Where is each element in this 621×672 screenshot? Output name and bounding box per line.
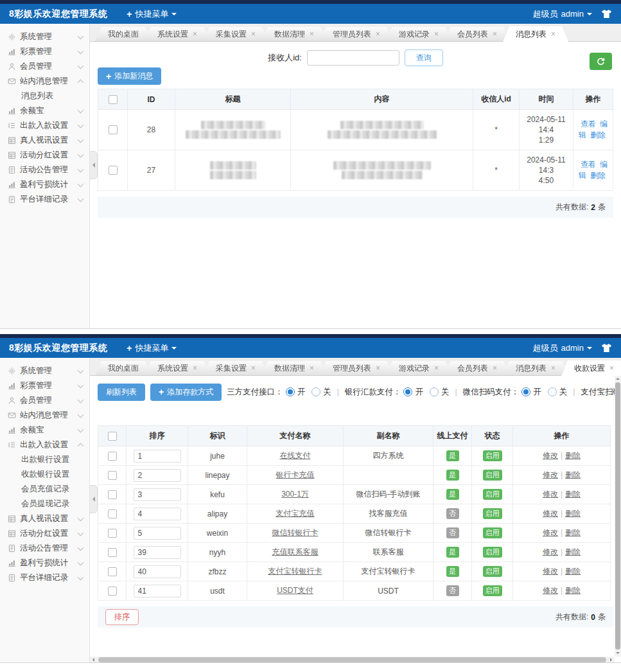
radio-off[interactable] <box>430 387 439 396</box>
tab-close-icon[interactable]: × <box>310 30 314 38</box>
tab-close-icon[interactable]: × <box>310 364 314 372</box>
tab-close-icon[interactable]: × <box>551 30 555 38</box>
vertical-scroll-thumb[interactable] <box>615 382 620 650</box>
select-all-checkbox[interactable] <box>109 95 118 104</box>
delete-link[interactable]: 删除 <box>565 490 581 499</box>
sidebar-item-5[interactable]: 出款入款设置 <box>0 438 89 452</box>
sidebar-item-10[interactable]: 平台详细记录 <box>0 192 89 207</box>
sort-order-input[interactable] <box>134 546 181 559</box>
tab-close-icon[interactable]: × <box>251 364 256 372</box>
pay-name-link[interactable]: 银行卡充值 <box>276 470 315 479</box>
pay-name-link[interactable]: 在线支付 <box>280 451 311 460</box>
theme-tshirt-icon[interactable] <box>601 342 612 353</box>
sidebar-item-6[interactable]: 真人视讯设置 <box>0 511 89 526</box>
tab-2[interactable]: 采集设置× <box>203 27 268 41</box>
sidebar-item-1[interactable]: 彩票管理 <box>0 44 89 59</box>
delete-link[interactable]: 删除 <box>565 586 581 595</box>
row-checkbox[interactable] <box>109 125 118 134</box>
sidebar-item-10[interactable]: 平台详细记录 <box>0 570 89 585</box>
tab-0[interactable]: 我的桌面 <box>95 27 152 41</box>
sidebar-item-8[interactable]: 活动公告管理 <box>0 541 89 556</box>
user-menu[interactable]: 超级员 admin <box>533 8 592 20</box>
sort-button[interactable]: 排序 <box>105 609 139 625</box>
sidebar-item-7[interactable]: 活动分红设置 <box>0 526 89 541</box>
refresh-button[interactable] <box>590 53 612 70</box>
horizontal-scrollbar[interactable] <box>90 657 615 663</box>
sidebar-item-2[interactable]: 会员管理 <box>0 393 89 408</box>
tab-close-icon[interactable]: × <box>434 30 439 38</box>
pay-name-link[interactable]: 300-1万 <box>281 490 309 499</box>
row-checkbox[interactable] <box>108 490 117 499</box>
pay-name-link[interactable]: 微信转银行卡 <box>272 528 319 537</box>
row-checkbox[interactable] <box>108 471 117 480</box>
modify-link[interactable]: 修改 <box>543 586 558 595</box>
modify-link[interactable]: 修改 <box>543 470 558 479</box>
tab-close-icon[interactable]: × <box>551 364 555 372</box>
radio-on-selected[interactable] <box>521 387 530 396</box>
sort-order-input[interactable] <box>134 527 181 540</box>
sort-order-input[interactable] <box>134 469 181 482</box>
modify-link[interactable]: 修改 <box>543 490 558 499</box>
row-checkbox[interactable] <box>108 509 117 518</box>
tab-1[interactable]: 系统设置× <box>144 361 210 375</box>
radio-off[interactable] <box>311 387 320 396</box>
modify-link[interactable]: 修改 <box>543 567 558 576</box>
tab-1[interactable]: 系统设置× <box>144 27 210 41</box>
tab-0[interactable]: 我的桌面 <box>95 361 152 375</box>
horizontal-scroll-thumb[interactable] <box>98 657 606 662</box>
sidebar-collapse-handle[interactable] <box>90 151 98 179</box>
modify-link[interactable]: 修改 <box>543 509 558 518</box>
tab-close-icon[interactable]: × <box>376 30 380 38</box>
sidebar-item-4[interactable]: 余额宝 <box>0 103 89 118</box>
tab-7-active[interactable]: 消息列表× <box>503 26 568 42</box>
sidebar-item-9[interactable]: 盈利亏损统计 <box>0 177 89 192</box>
tab-close-icon[interactable]: × <box>193 30 197 38</box>
row-checkbox[interactable] <box>108 548 117 557</box>
sidebar-item-1[interactable]: 彩票管理 <box>0 378 89 393</box>
tab-2[interactable]: 采集设置× <box>203 361 268 375</box>
theme-tshirt-icon[interactable] <box>601 8 612 19</box>
sort-order-input[interactable] <box>134 450 181 463</box>
tab-5[interactable]: 游戏记录× <box>386 27 451 41</box>
sidebar-item-0[interactable]: 系统管理 <box>0 30 89 44</box>
tab-4[interactable]: 管理员列表× <box>320 361 393 375</box>
vertical-scrollbar[interactable] <box>615 375 621 657</box>
delete-link[interactable]: 删除 <box>565 547 581 556</box>
radio-off[interactable] <box>548 387 557 396</box>
sidebar-subitem[interactable]: 会员提现记录 <box>0 497 89 511</box>
tab-6[interactable]: 会员列表× <box>444 361 510 375</box>
sort-order-input[interactable] <box>134 585 181 597</box>
user-menu[interactable]: 超级员 admin <box>533 342 592 354</box>
tab-close-icon[interactable]: × <box>251 30 256 38</box>
sidebar-subitem[interactable]: 出款银行设置 <box>0 452 89 467</box>
modify-link[interactable]: 修改 <box>543 451 558 460</box>
sidebar-collapse-handle[interactable] <box>90 485 98 513</box>
tab-close-icon[interactable]: × <box>493 364 497 372</box>
pay-name-link[interactable]: 充值联系客服 <box>272 547 319 556</box>
sidebar-item-6[interactable]: 真人视讯设置 <box>0 133 89 148</box>
scroll-right-icon[interactable] <box>608 657 615 663</box>
select-all-checkbox[interactable] <box>108 432 117 441</box>
add-message-button[interactable]: + 添加新消息 <box>98 67 161 85</box>
delete-link[interactable]: 删除 <box>565 451 581 460</box>
delete-link[interactable]: 删除 <box>590 130 606 139</box>
pay-name-link[interactable]: 支付宝充值 <box>276 509 315 518</box>
add-deposit-method-button[interactable]: + 添加存款方式 <box>150 384 222 401</box>
view-link[interactable]: 查看 <box>581 119 596 128</box>
tab-8-active[interactable]: 收款设置× <box>561 360 621 376</box>
delete-link[interactable]: 删除 <box>590 171 606 180</box>
quick-menu-button[interactable]: + 快捷菜单 <box>127 8 177 20</box>
refresh-list-button[interactable]: 刷新列表 <box>98 384 145 401</box>
scroll-up-icon[interactable] <box>615 375 621 382</box>
row-checkbox[interactable] <box>108 567 117 576</box>
row-checkbox[interactable] <box>108 452 117 461</box>
tab-close-icon[interactable]: × <box>493 30 497 38</box>
scroll-down-icon[interactable] <box>615 650 621 657</box>
delete-link[interactable]: 删除 <box>565 509 581 518</box>
delete-link[interactable]: 删除 <box>565 567 581 576</box>
tab-3[interactable]: 数据清理× <box>261 27 327 41</box>
sidebar-item-3[interactable]: 站内消息管理 <box>0 408 89 423</box>
view-link[interactable]: 查看 <box>581 160 596 169</box>
sidebar-item-8[interactable]: 活动公告管理 <box>0 163 89 177</box>
modify-link[interactable]: 修改 <box>543 528 558 537</box>
